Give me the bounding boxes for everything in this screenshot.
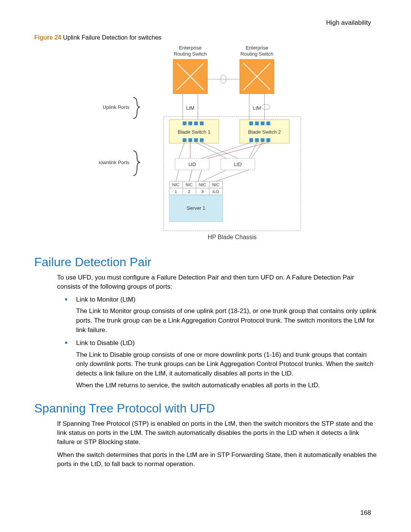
blade1-label: Blade Switch 1 (178, 129, 210, 135)
ltd2-label: LtD (234, 161, 242, 167)
svg-line-31 (202, 142, 251, 158)
svg-rect-15 (183, 138, 186, 142)
svg-rect-12 (188, 121, 192, 125)
server-label: Server 1 (186, 205, 205, 211)
ltd1-label: LtD (188, 161, 196, 167)
svg-rect-24 (255, 138, 259, 142)
svg-line-27 (179, 142, 185, 158)
svg-line-30 (202, 142, 238, 158)
bullet-ltd-text: The Link to Disable group consists of on… (76, 350, 377, 379)
chassis-label: HP Blade Chassis (208, 234, 257, 240)
svg-rect-16 (188, 138, 192, 142)
section2-p1: If Spanning Tree Protocol (STP) is enabl… (57, 419, 377, 446)
page-number: 168 (360, 509, 371, 517)
section-stp-ufd: Spanning Tree Protocol with UFD (34, 401, 377, 415)
svg-rect-23 (249, 138, 253, 142)
bullet-ltm-title: Link to Monitor (LtM) (76, 296, 135, 303)
svg-point-10 (261, 104, 270, 110)
ers2-line2: Routing Switch (241, 51, 274, 57)
section2-p2: When the switch determines that ports in… (57, 451, 377, 469)
svg-rect-11 (183, 121, 186, 125)
nic3: NIC (199, 182, 206, 187)
svg-rect-21 (261, 121, 264, 125)
brace-uplink (133, 97, 140, 118)
svg-rect-20 (255, 121, 259, 125)
n1: 1 (175, 189, 177, 194)
section1-bullets: Link to Monitor (LtM) The Link to Monito… (65, 295, 377, 390)
bullet-ltd-text2: When the LtM returns to service, the swi… (76, 381, 377, 390)
nic4: NIC (212, 182, 220, 187)
nic1: NIC (172, 182, 180, 187)
ers1-line1: Enterprise (179, 45, 201, 51)
blade2-label: Blade Switch 2 (248, 129, 281, 135)
bullet-ltd-title: Link to Disable (LtD) (76, 339, 135, 347)
document-page: High availability Figure 24 Uplink Failu… (0, 0, 411, 532)
downlink-ports-label: Downlink Ports (99, 160, 129, 165)
ers2-line1: Enterprise (245, 45, 268, 51)
section-failure-detection-pair: Failure Detection Pair (34, 255, 377, 269)
figure-label: Figure 24 (34, 34, 61, 41)
nic2: NIC (186, 182, 193, 187)
svg-line-29 (196, 142, 226, 158)
figure-caption-text: Uplink Failure Detection for switches (61, 34, 161, 41)
svg-line-42 (202, 170, 226, 181)
svg-rect-13 (194, 121, 198, 125)
svg-rect-26 (266, 138, 270, 142)
nilo: iLO (212, 189, 219, 194)
svg-line-34 (207, 142, 268, 158)
ltm1-label: LtM (186, 105, 194, 111)
svg-line-43 (216, 170, 249, 181)
svg-line-39 (176, 170, 179, 181)
ers1-line2: Routing Switch (174, 51, 207, 57)
ltm2-label: LtM (253, 105, 261, 111)
svg-rect-14 (200, 121, 204, 125)
bullet-ltd: Link to Disable (LtD) The Link to Disabl… (65, 339, 377, 390)
svg-rect-19 (249, 121, 253, 125)
bullet-ltm: Link to Monitor (LtM) The Link to Monito… (65, 295, 377, 335)
svg-line-41 (198, 170, 202, 181)
svg-rect-22 (266, 121, 270, 125)
brace-downlink (133, 151, 140, 176)
section1-intro: To use UFD, you must configure a Failure… (57, 273, 377, 291)
figure-diagram: Enterprise Routing Switch Enterprise Rou… (34, 44, 377, 244)
bullet-ltm-text: The Link to Monitor group consists of on… (76, 307, 377, 335)
svg-rect-18 (200, 138, 204, 142)
uplink-ports-label: Uplink Ports (103, 104, 130, 110)
n2: 2 (188, 189, 190, 194)
svg-line-40 (189, 170, 192, 181)
page-header-right: High availability (326, 19, 371, 27)
svg-rect-25 (261, 138, 264, 142)
figure-caption: Figure 24 Uplink Failure Detection for s… (34, 34, 377, 41)
svg-rect-17 (194, 138, 198, 142)
uplink-failure-diagram: Enterprise Routing Switch Enterprise Rou… (99, 44, 312, 242)
n3: 3 (201, 189, 204, 194)
